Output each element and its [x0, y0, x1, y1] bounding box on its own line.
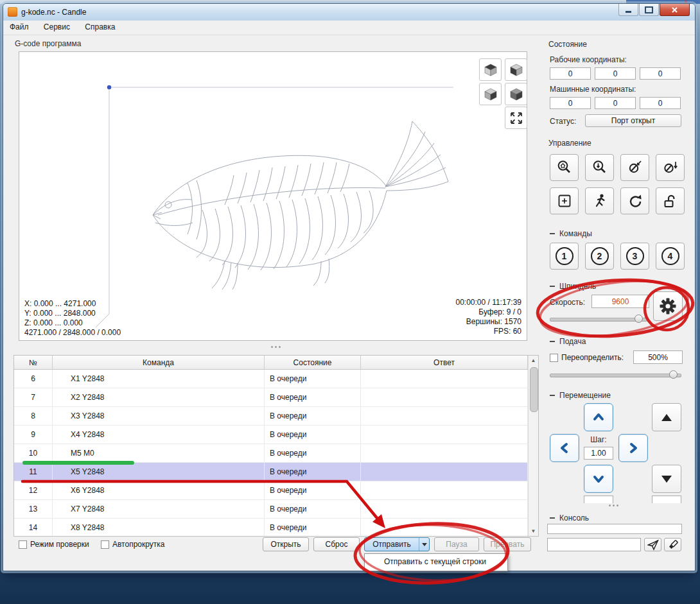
cell-response: [361, 444, 528, 462]
send-dropdown-button[interactable]: [419, 538, 429, 551]
machine-coord-x: 0: [550, 97, 591, 109]
jog-y-minus-button[interactable]: [584, 465, 613, 493]
fit-view-button[interactable]: [505, 107, 527, 129]
triangle-up-icon: [661, 414, 672, 421]
table-row[interactable]: 8X3 Y2848В очереди: [14, 407, 538, 426]
reset-button[interactable]: Сброс: [313, 537, 360, 551]
table-row[interactable]: 12X6 Y2848В очереди: [14, 481, 538, 500]
table-row[interactable]: 13X7 Y2848В очереди: [14, 500, 538, 519]
cell-response: [361, 388, 528, 406]
send-button[interactable]: Отправить: [364, 537, 430, 551]
header-number[interactable]: №: [14, 356, 53, 370]
app-icon: [8, 7, 17, 17]
table-scrollbar[interactable]: ▲ ▼: [528, 356, 538, 536]
splitter-handle[interactable]: [13, 346, 538, 348]
collapse-icon[interactable]: [550, 341, 555, 342]
menu-item-send-from-current-line[interactable]: Отправить с текущей строки: [365, 554, 507, 570]
gcode-visualizer[interactable]: X: 0.000 ... 4271.000 Y: 0.000 ... 2848.…: [19, 51, 527, 341]
jog-z-plus-button[interactable]: [652, 403, 681, 431]
feed-override-slider[interactable]: [550, 370, 681, 379]
minimize-icon: [626, 11, 631, 13]
jog-y-plus-button[interactable]: [584, 403, 613, 431]
menu-file[interactable]: Файл: [3, 21, 35, 33]
slider-knob[interactable]: [669, 370, 678, 379]
console-clear-button[interactable]: [664, 538, 681, 551]
table-row[interactable]: 9X4 Y2848В очереди: [14, 426, 538, 444]
zero-z-button[interactable]: [656, 154, 685, 181]
collapse-icon[interactable]: [550, 517, 555, 519]
step-field[interactable]: 1.00: [584, 447, 613, 460]
gcode-table: № Команда Состояние Ответ 6X1 Y2848В оче…: [13, 355, 539, 537]
cell-number: 6: [14, 370, 53, 388]
view-top-button[interactable]: [479, 58, 502, 81]
view-left-button[interactable]: [505, 83, 527, 105]
table-row-selected[interactable]: 11X5 Y2848В очереди: [14, 463, 538, 481]
menu-help[interactable]: Справка: [78, 21, 121, 33]
console-send-button[interactable]: [644, 538, 661, 551]
cube-front-icon: [484, 87, 498, 101]
restore-origin-button[interactable]: [550, 187, 579, 214]
header-response[interactable]: Ответ: [361, 356, 528, 370]
status-port-button[interactable]: Порт открыт: [585, 114, 681, 127]
chevron-down-icon: [422, 543, 427, 546]
feed-override-field[interactable]: 500%: [633, 350, 683, 364]
scroll-down-icon[interactable]: ▼: [529, 526, 538, 536]
panel-splitter-handle[interactable]: [568, 505, 658, 506]
console-output[interactable]: [547, 524, 682, 534]
abort-button[interactable]: Прервать: [484, 537, 531, 551]
unlock-button[interactable]: [656, 187, 685, 214]
header-command[interactable]: Команда: [53, 356, 265, 370]
view-front-button[interactable]: [479, 83, 502, 105]
command-1-button[interactable]: 1: [550, 243, 579, 270]
soft-reset-button[interactable]: [620, 187, 649, 214]
console-input[interactable]: [547, 538, 641, 551]
table-row[interactable]: 10M5 M0В очереди: [14, 444, 538, 463]
autoscroll-checkbox[interactable]: [101, 540, 109, 549]
scroll-up-icon[interactable]: ▲: [529, 356, 538, 365]
running-man-icon: [591, 193, 608, 209]
command-2-button[interactable]: 2: [585, 243, 614, 270]
homing-button[interactable]: [550, 154, 579, 181]
collapse-icon[interactable]: [550, 233, 555, 234]
jog-z-minus-button[interactable]: [652, 465, 681, 493]
feed-override-checkbox[interactable]: [550, 354, 558, 362]
titlebar[interactable]: g-kode.nc - Candle: [3, 4, 695, 21]
zero-z-icon: [662, 159, 679, 176]
z-probe-button[interactable]: [585, 154, 614, 181]
cell-number: 12: [14, 481, 53, 499]
header-state[interactable]: Состояние: [265, 356, 361, 370]
close-button[interactable]: [660, 4, 690, 16]
collapse-icon[interactable]: [550, 286, 555, 287]
cell-number: 14: [14, 519, 53, 537]
table-row[interactable]: 6X1 Y2848В очереди: [14, 370, 538, 388]
spindle-speed-slider[interactable]: [550, 315, 647, 323]
table-row[interactable]: 14X8 Y2848В очереди: [14, 519, 538, 537]
zero-xy-button[interactable]: [620, 154, 649, 181]
scrollbar-thumb[interactable]: [530, 367, 538, 412]
eraser-icon: [667, 539, 679, 551]
view-isometric-button[interactable]: [505, 58, 527, 81]
minimize-button[interactable]: [618, 4, 638, 16]
jog-x-minus-button[interactable]: [550, 434, 579, 462]
jog-x-plus-button[interactable]: [618, 434, 648, 462]
cell-state: В очереди: [265, 426, 361, 444]
maximize-button[interactable]: [639, 4, 659, 16]
spindle-toggle-button[interactable]: [653, 291, 683, 321]
safe-position-button[interactable]: [585, 187, 614, 214]
close-icon: [671, 6, 678, 13]
send-dropdown-menu: Отправить с текущей строки: [364, 553, 508, 571]
command-4-button[interactable]: 4: [656, 243, 685, 270]
paper-plane-icon: [647, 539, 659, 551]
spindle-speed-field[interactable]: 9600: [591, 295, 649, 308]
step-label: Шаг:: [584, 435, 613, 444]
command-3-button[interactable]: 3: [620, 243, 649, 270]
menu-service[interactable]: Сервис: [37, 21, 76, 33]
collapse-icon[interactable]: [550, 395, 555, 396]
open-button[interactable]: Открыть: [263, 537, 309, 551]
check-mode-checkbox[interactable]: [19, 540, 27, 549]
pause-button[interactable]: Пауза: [434, 537, 479, 551]
cell-response: [361, 463, 528, 481]
slider-knob[interactable]: [634, 315, 643, 323]
cell-response: [361, 407, 528, 425]
table-row[interactable]: 7X2 Y2848В очереди: [14, 388, 538, 407]
